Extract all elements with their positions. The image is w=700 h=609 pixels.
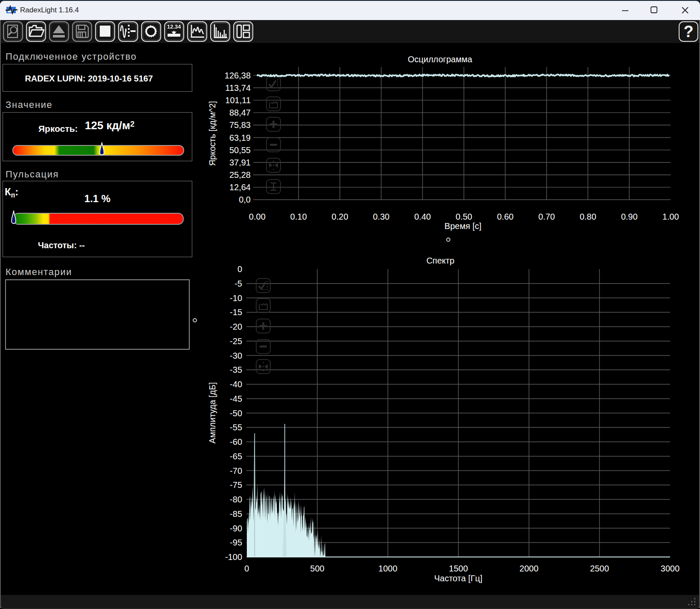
svg-text:0.20: 0.20 — [332, 212, 348, 221]
svg-text:0.50: 0.50 — [456, 212, 472, 221]
svg-text:0: 0 — [237, 264, 242, 274]
svg-text:Время [с]: Время [с] — [445, 221, 482, 231]
svg-text:0: 0 — [244, 564, 249, 573]
svg-text:0.70: 0.70 — [538, 212, 555, 221]
svg-text:37,91: 37,91 — [229, 158, 251, 167]
svg-text:1000: 1000 — [379, 564, 398, 573]
svg-text:3000: 3000 — [661, 564, 680, 573]
svg-text:-15: -15 — [230, 307, 242, 317]
svg-text:Спектр: Спектр — [426, 256, 454, 265]
svg-text:0.80: 0.80 — [580, 212, 596, 221]
svg-text:0,0: 0,0 — [239, 195, 251, 204]
svg-text:0.60: 0.60 — [497, 212, 514, 221]
svg-text:12.34: 12.34 — [167, 23, 181, 30]
svg-text:0.40: 0.40 — [414, 212, 431, 221]
svg-text:-50: -50 — [230, 409, 242, 418]
svg-text:-90: -90 — [230, 524, 242, 533]
svg-text:-10: -10 — [230, 293, 242, 303]
svg-text:0.30: 0.30 — [373, 212, 390, 221]
svg-text:50,55: 50,55 — [229, 145, 251, 155]
svg-text:113,74: 113,74 — [225, 83, 251, 93]
svg-text:-5: -5 — [234, 279, 242, 288]
svg-text:-65: -65 — [230, 452, 242, 461]
svg-text:0.00: 0.00 — [249, 212, 266, 221]
svg-text:63,19: 63,19 — [229, 133, 251, 142]
svg-text:-60: -60 — [230, 437, 242, 447]
svg-text:-85: -85 — [230, 509, 242, 519]
svg-text:1.00: 1.00 — [662, 212, 679, 221]
svg-text:126,38: 126,38 — [225, 71, 251, 80]
svg-text:-80: -80 — [230, 495, 242, 504]
svg-text:-35: -35 — [230, 365, 242, 374]
svg-text:Осциллограмма: Осциллограмма — [408, 55, 472, 64]
svg-text:-95: -95 — [230, 538, 242, 547]
svg-text:Яркость [кд/м^2]: Яркость [кд/м^2] — [208, 101, 217, 166]
svg-text:500: 500 — [310, 564, 324, 573]
svg-text:25,28: 25,28 — [229, 170, 251, 180]
svg-text:-70: -70 — [230, 466, 242, 476]
svg-text:-100: -100 — [225, 552, 242, 562]
svg-text:-40: -40 — [230, 380, 242, 389]
svg-text:-45: -45 — [230, 394, 242, 403]
svg-text:-20: -20 — [230, 322, 242, 331]
svg-text:Частота [Гц]: Частота [Гц] — [434, 574, 482, 583]
svg-text:0.90: 0.90 — [621, 212, 638, 221]
svg-text:1500: 1500 — [449, 564, 468, 573]
svg-text:Амплитуда [дБ]: Амплитуда [дБ] — [208, 382, 217, 444]
svg-text:-30: -30 — [230, 351, 242, 360]
svg-text:101,11: 101,11 — [225, 96, 251, 105]
svg-text:88,47: 88,47 — [229, 108, 251, 117]
svg-text:-55: -55 — [230, 423, 242, 432]
svg-text:-25: -25 — [230, 336, 242, 346]
svg-text:2500: 2500 — [590, 564, 609, 573]
svg-text:-75: -75 — [230, 480, 242, 490]
svg-text:2000: 2000 — [520, 564, 539, 573]
svg-text:75,83: 75,83 — [229, 120, 251, 130]
svg-text:12,64: 12,64 — [229, 183, 251, 192]
svg-text:0.10: 0.10 — [290, 212, 307, 221]
